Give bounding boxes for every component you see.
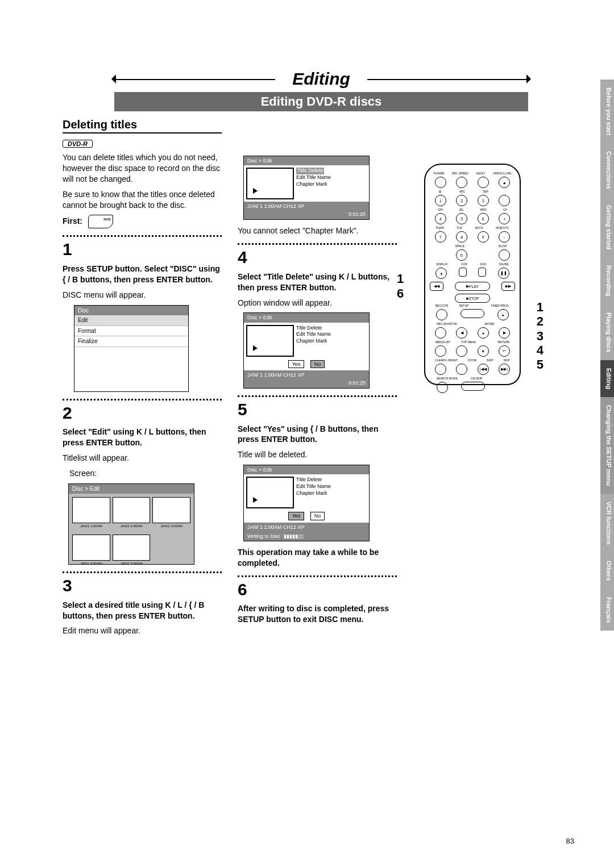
- progress-bar: ▮▮▮▮▮▯▯: [284, 533, 304, 540]
- step4-text: Option window will appear.: [238, 298, 397, 308]
- tab-editing: Editing: [600, 360, 614, 397]
- titlelist-box: Disc > Edit JAN/1 1:00AM JAN/1 2:00AM JA…: [68, 483, 194, 565]
- tab-setup-menu: Changing the SETUP menu: [600, 397, 614, 494]
- step-number-3: 3: [63, 574, 222, 598]
- remote-control-diagram: POWERREC SPEEDAUDIOOPEN/CLOSE ▲ @ABCDEF …: [424, 164, 521, 385]
- right-button: ▶: [499, 327, 510, 339]
- step2-text: Titlelist will appear.: [63, 453, 222, 464]
- chapter-title: Editing: [63, 68, 580, 90]
- edit-menu-list: Title Delete Edit Title Name Chapter Mar…: [296, 168, 331, 199]
- operation-warning: This operation may take a while to be co…: [238, 547, 397, 569]
- play-button: ▶ PLAY: [455, 282, 490, 291]
- no-option: No: [310, 360, 325, 368]
- cm-skip-button: [461, 382, 485, 391]
- tab-francais: Français: [600, 589, 614, 631]
- step-separator: [63, 399, 222, 400]
- title-cell: JAN/1 3:00AM: [152, 497, 190, 523]
- thumbnail: [246, 477, 294, 508]
- open-close-button: ▲: [499, 177, 510, 188]
- intro-para-2: Be sure to know that the titles once del…: [63, 189, 222, 211]
- disc-menu-item: Format: [74, 326, 188, 337]
- title-cell: JAN/1 4:00AM: [72, 535, 110, 561]
- yes-no-row: Yes No: [244, 359, 369, 370]
- vcr-button: [459, 268, 467, 277]
- disc-menu-title: Disc: [74, 306, 188, 316]
- page-number: 83: [566, 837, 574, 845]
- section-heading: Deleting titles: [63, 118, 222, 133]
- title-cell: JAN/1 2:00AM: [113, 497, 151, 523]
- step3-text: Edit menu will appear.: [63, 625, 222, 636]
- pause-button: ❚❚: [498, 268, 509, 279]
- chapter-mark-note: You cannot select "Chapter Mark".: [238, 226, 397, 236]
- step-separator: [238, 395, 397, 397]
- step2-text2: Screen:: [63, 468, 222, 479]
- rew-button: ◀◀: [430, 282, 443, 291]
- step3-bold: Select a desired title using K / L / { /…: [63, 600, 222, 621]
- thumbnail: [246, 168, 294, 199]
- content-columns: You can delete titles which you do not n…: [63, 152, 580, 641]
- step5-bold: Select "Yes" using { / B buttons, then p…: [238, 424, 397, 445]
- status-line: JAN/ 1 1:00AM CH12 XP: [244, 202, 369, 211]
- dvd-button: [478, 268, 486, 277]
- duration: 0:01:25: [244, 211, 369, 219]
- thumbnail: [246, 325, 294, 357]
- disc-menu-box: Disc Edit Format Finalize: [74, 305, 189, 392]
- step4-bold: Select "Title Delete" using K / L button…: [238, 272, 397, 293]
- column-1: You can delete titles which you do not n…: [63, 152, 222, 641]
- left-button: ◀: [456, 327, 467, 339]
- edit-menu-box-1: Disc > Edit Title Delete Edit Title Name…: [243, 156, 370, 220]
- ffwd-button: ▶▶: [501, 282, 515, 291]
- step-number-5: 5: [238, 398, 397, 422]
- side-tabs: Before you start Connections Getting sta…: [600, 80, 614, 631]
- yes-option: Yes: [288, 360, 305, 368]
- edit-menu-box-2: Disc > Edit Title Delete Edit Title Name…: [243, 312, 370, 389]
- stop-button: ■ STOP: [455, 294, 490, 303]
- subtitle-bar: Editing DVD-R discs: [114, 92, 528, 111]
- callout-left: 1 6: [397, 272, 404, 302]
- tab-others: Others: [600, 553, 614, 589]
- title-cell: JAN/1 1:00AM: [72, 497, 110, 523]
- step-separator: [238, 243, 397, 245]
- setup-button: [460, 309, 484, 318]
- step6-bold: After writing to disc is completed, pres…: [238, 603, 397, 625]
- column-3: 1 6 1 2 3 4 5 POWERREC SPEEDAUDIOOPEN/CL…: [413, 152, 532, 641]
- step-separator: [63, 571, 222, 573]
- return-button: ↩: [499, 345, 510, 357]
- no-option: No: [310, 512, 325, 520]
- disc-icon: [88, 215, 113, 228]
- step-separator: [238, 575, 397, 577]
- title-cell: JAN/1 5:00AM: [113, 535, 151, 561]
- power-button: [435, 177, 446, 188]
- tab-connections: Connections: [600, 143, 614, 197]
- step5-text: Title will be deleted.: [238, 449, 397, 460]
- callout-right: 1 2 3 4 5: [537, 300, 544, 372]
- disc-menu-item: Edit: [74, 315, 188, 326]
- tab-playing-discs: Playing discs: [600, 304, 614, 360]
- timer-prog-button: ●: [497, 309, 509, 320]
- step2-bold: Select "Edit" using K / L buttons, then …: [63, 427, 222, 448]
- step-separator: [63, 235, 222, 237]
- rec-button: [436, 309, 447, 320]
- step-number-4: 4: [238, 246, 397, 269]
- tab-recording: Recording: [600, 257, 614, 304]
- tab-vcr-functions: VCR functions: [600, 494, 614, 553]
- step1-bold: Press SETUP button. Select "DISC" using …: [63, 264, 222, 285]
- title-text: Editing: [292, 69, 350, 88]
- disc-type-badge: DVD-R: [63, 140, 93, 148]
- step-number-6: 6: [238, 578, 397, 602]
- edit-menu-box-3: Disc > Edit Title Delete Edit Title Name…: [243, 465, 370, 541]
- step-number-2: 2: [63, 402, 222, 425]
- enter-button: ●: [478, 327, 489, 339]
- intro-para-1: You can delete titles which you do not n…: [63, 152, 222, 185]
- yes-option: Yes: [288, 512, 305, 520]
- column-2: Disc > Edit Title Delete Edit Title Name…: [238, 152, 397, 641]
- down-button: ▼: [478, 345, 489, 357]
- tab-before-you-start: Before you start: [600, 80, 614, 143]
- tab-getting-started: Getting started: [600, 197, 614, 257]
- titlelist-title: Disc > Edit: [69, 484, 194, 494]
- step1-text: DISC menu will appear.: [63, 290, 222, 301]
- display-button: ●: [435, 268, 447, 279]
- first-label: First:: [63, 216, 82, 227]
- disc-menu-item: Finalize: [74, 336, 188, 347]
- step-number-1: 1: [63, 238, 222, 261]
